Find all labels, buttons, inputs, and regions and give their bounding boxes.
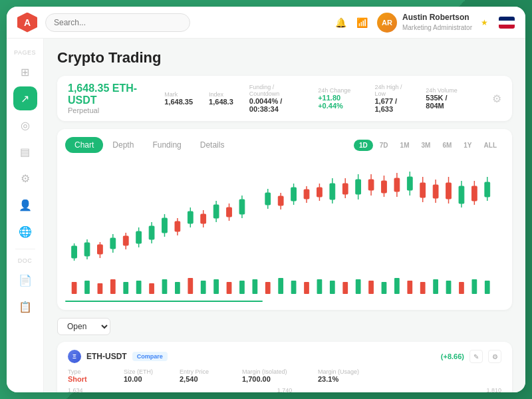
tf-1d[interactable]: 1D (354, 140, 373, 151)
svg-rect-113 (291, 281, 297, 294)
svg-rect-6 (110, 238, 116, 249)
tab-depth[interactable]: Depth (103, 137, 143, 153)
svg-rect-42 (459, 186, 464, 203)
sidebar-divider (15, 249, 35, 249)
svg-rect-106 (201, 281, 206, 294)
svg-rect-69 (317, 188, 323, 197)
svg-rect-112 (278, 278, 283, 294)
notification-icon[interactable]: 🔔 (334, 16, 348, 29)
svg-rect-24 (239, 200, 245, 214)
tf-1y[interactable]: 1Y (458, 140, 477, 151)
svg-rect-108 (227, 282, 232, 294)
user-name: Austin Robertson (402, 13, 472, 23)
order-type-1: Short (68, 375, 121, 383)
sidebar-item-wallet[interactable]: ◎ (13, 113, 37, 137)
sidebar-item-home[interactable]: ⊞ (13, 60, 37, 84)
svg-rect-114 (304, 282, 309, 294)
svg-rect-122 (407, 281, 412, 294)
svg-rect-84 (420, 183, 426, 198)
svg-rect-128 (485, 281, 490, 294)
wifi-icon: 📶 (356, 16, 369, 29)
svg-rect-87 (433, 185, 438, 198)
sidebar-item-user[interactable]: 👤 (13, 193, 37, 217)
svg-rect-3 (84, 243, 90, 256)
candle-chart (65, 160, 504, 273)
ticker-funding: Funding / Countdown 0.0044% / 00:38:34 (249, 84, 302, 113)
ticker-price: 1,648.35 ETH-USDT (68, 82, 148, 106)
user-star-icon: ★ (477, 16, 491, 29)
tf-1m[interactable]: 1M (395, 140, 415, 151)
sidebar-pages-label: PAGES (7, 47, 43, 57)
search-input[interactable] (45, 13, 190, 32)
order-margin-iso-1: 1,700.00 (242, 375, 315, 383)
svg-rect-109 (239, 281, 245, 294)
tf-6m[interactable]: 6M (437, 140, 457, 151)
svg-rect-126 (459, 282, 464, 294)
sidebar-doc-label: DOC (7, 255, 43, 265)
svg-rect-78 (382, 181, 387, 193)
svg-rect-97 (84, 281, 90, 294)
sidebar-item-chart[interactable]: ↗ (13, 86, 37, 110)
svg-rect-81 (394, 178, 400, 192)
volume-chart (65, 275, 504, 294)
svg-rect-0 (72, 246, 77, 258)
svg-rect-15 (162, 218, 168, 233)
user-info[interactable]: AR Austin Robertson Marketing Administra… (377, 13, 491, 33)
svg-rect-104 (175, 282, 180, 294)
ticker-index: Index 1,648.3 (209, 91, 233, 106)
tab-chart[interactable]: Chart (65, 137, 103, 153)
sidebar-item-settings[interactable]: ⚙ (13, 166, 37, 190)
page-title: Crypto Trading (57, 49, 512, 66)
orders-filter-select[interactable]: Open Closed All (57, 318, 110, 335)
svg-rect-121 (394, 278, 400, 294)
svg-rect-9 (136, 231, 142, 243)
svg-rect-125 (446, 281, 452, 294)
svg-rect-36 (356, 180, 361, 194)
svg-rect-51 (123, 236, 128, 245)
svg-rect-18 (188, 211, 193, 223)
order-settings-icon-1[interactable]: ⚙ (488, 350, 501, 363)
sidebar-item-globe[interactable]: 🌐 (13, 219, 37, 243)
svg-rect-116 (330, 281, 335, 294)
timeframe-group: 1D 7D 1M 3M 6M 1Y ALL (352, 138, 504, 153)
svg-rect-21 (213, 205, 219, 218)
svg-rect-60 (227, 207, 232, 217)
topbar-icons: 🔔 📶 AR Austin Robertson Marketing Admini… (334, 13, 515, 33)
ticker-settings-icon[interactable]: ⚙ (492, 92, 501, 105)
user-role: Marketing Administrator (402, 23, 472, 32)
ticker-highlow: 24h High / Low 1,677 / 1,633 (375, 84, 410, 113)
ticker-main: 1,648.35 ETH-USDT Perpetual (68, 82, 148, 114)
tab-details[interactable]: Details (191, 137, 234, 153)
svg-rect-101 (136, 281, 142, 294)
svg-rect-124 (433, 279, 438, 294)
tf-3m[interactable]: 3M (416, 140, 436, 151)
sidebar-item-filter[interactable]: ▤ (13, 140, 37, 164)
svg-rect-123 (420, 282, 426, 294)
order-edit-icon-1[interactable]: ✎ (469, 350, 483, 363)
svg-rect-66 (304, 190, 309, 199)
svg-rect-127 (471, 279, 477, 294)
svg-rect-107 (213, 279, 219, 294)
order-card-1: Ξ ETH-USDT Compare (+8.66) ✎ ⚙ Type Shor… (57, 342, 512, 392)
svg-rect-33 (330, 184, 335, 200)
svg-rect-90 (446, 183, 452, 199)
svg-rect-119 (368, 281, 374, 294)
tab-funding[interactable]: Funding (143, 137, 190, 153)
svg-rect-72 (342, 184, 348, 194)
ticker-change: 24h Change +11.80 +0.44% (318, 87, 358, 110)
svg-rect-96 (72, 282, 77, 294)
svg-rect-118 (356, 279, 361, 294)
tf-all[interactable]: ALL (479, 140, 502, 151)
svg-rect-12 (149, 226, 154, 239)
sidebar-item-doc2[interactable]: 📋 (13, 295, 37, 319)
svg-rect-57 (201, 214, 206, 223)
sidebar-item-doc1[interactable]: 📄 (13, 268, 37, 292)
svg-rect-117 (342, 282, 348, 294)
tf-7d[interactable]: 7D (374, 140, 394, 151)
svg-rect-98 (98, 283, 103, 294)
svg-rect-100 (123, 282, 128, 294)
svg-rect-54 (175, 221, 180, 231)
svg-rect-48 (98, 245, 103, 254)
order-pnl-1: (+8.66) (441, 352, 464, 360)
order-price-labels-1: 1,634 1,740 1,810 (68, 387, 501, 392)
